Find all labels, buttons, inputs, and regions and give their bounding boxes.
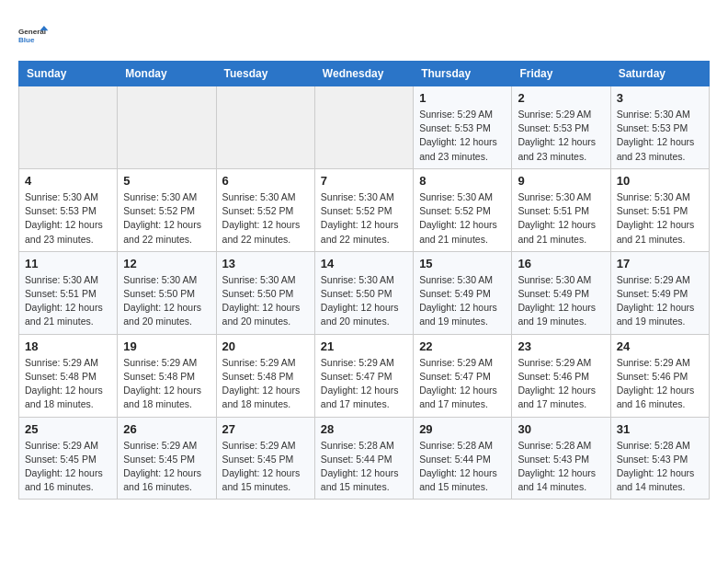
day-info: Sunrise: 5:29 AM Sunset: 5:48 PM Dayligh…: [123, 356, 210, 412]
calendar-cell: 20Sunrise: 5:29 AM Sunset: 5:48 PM Dayli…: [216, 334, 314, 417]
day-number: 3: [617, 91, 703, 105]
calendar-cell: [118, 86, 216, 169]
header-day-thursday: Thursday: [414, 62, 512, 86]
logo: GeneralBlue: [18, 18, 51, 52]
day-info: Sunrise: 5:29 AM Sunset: 5:46 PM Dayligh…: [518, 356, 604, 412]
day-number: 11: [25, 257, 111, 270]
day-number: 14: [321, 257, 407, 270]
calendar-cell: 30Sunrise: 5:28 AM Sunset: 5:43 PM Dayli…: [512, 417, 610, 500]
day-info: Sunrise: 5:30 AM Sunset: 5:52 PM Dayligh…: [123, 190, 210, 247]
header-day-saturday: Saturday: [610, 62, 709, 86]
calendar-cell: 7Sunrise: 5:30 AM Sunset: 5:52 PM Daylig…: [314, 168, 413, 251]
day-number: 9: [518, 174, 604, 188]
calendar-cell: [216, 86, 314, 169]
calendar-cell: 27Sunrise: 5:29 AM Sunset: 5:45 PM Dayli…: [216, 417, 314, 500]
calendar-cell: 2Sunrise: 5:29 AM Sunset: 5:53 PM Daylig…: [512, 86, 610, 169]
header-day-sunday: Sunday: [19, 62, 118, 86]
calendar-cell: 4Sunrise: 5:30 AM Sunset: 5:53 PM Daylig…: [19, 168, 118, 251]
header-day-friday: Friday: [512, 62, 610, 86]
calendar-week-5: 25Sunrise: 5:29 AM Sunset: 5:45 PM Dayli…: [19, 417, 710, 500]
day-number: 31: [617, 422, 703, 436]
calendar-header: SundayMondayTuesdayWednesdayThursdayFrid…: [19, 62, 710, 86]
calendar-cell: 26Sunrise: 5:29 AM Sunset: 5:45 PM Dayli…: [118, 417, 216, 500]
calendar-cell: 21Sunrise: 5:29 AM Sunset: 5:47 PM Dayli…: [314, 334, 413, 417]
calendar-cell: 16Sunrise: 5:30 AM Sunset: 5:49 PM Dayli…: [512, 251, 610, 334]
calendar-cell: 28Sunrise: 5:28 AM Sunset: 5:44 PM Dayli…: [314, 417, 413, 500]
day-info: Sunrise: 5:30 AM Sunset: 5:51 PM Dayligh…: [25, 273, 111, 329]
day-number: 17: [617, 257, 703, 270]
day-info: Sunrise: 5:30 AM Sunset: 5:51 PM Dayligh…: [518, 190, 604, 247]
calendar-cell: 6Sunrise: 5:30 AM Sunset: 5:52 PM Daylig…: [216, 168, 314, 251]
day-info: Sunrise: 5:29 AM Sunset: 5:47 PM Dayligh…: [321, 356, 407, 412]
day-info: Sunrise: 5:29 AM Sunset: 5:46 PM Dayligh…: [617, 356, 703, 412]
day-info: Sunrise: 5:29 AM Sunset: 5:48 PM Dayligh…: [222, 356, 309, 412]
day-number: 12: [123, 257, 210, 270]
logo-icon: GeneralBlue: [18, 18, 51, 52]
calendar-cell: 31Sunrise: 5:28 AM Sunset: 5:43 PM Dayli…: [610, 417, 709, 500]
calendar-cell: 14Sunrise: 5:30 AM Sunset: 5:50 PM Dayli…: [314, 251, 413, 334]
day-info: Sunrise: 5:29 AM Sunset: 5:45 PM Dayligh…: [123, 439, 210, 495]
day-number: 24: [617, 339, 703, 353]
day-info: Sunrise: 5:30 AM Sunset: 5:50 PM Dayligh…: [321, 273, 407, 329]
day-number: 21: [321, 339, 407, 353]
calendar-cell: 23Sunrise: 5:29 AM Sunset: 5:46 PM Dayli…: [512, 334, 610, 417]
header-day-wednesday: Wednesday: [314, 62, 413, 86]
day-number: 20: [222, 339, 309, 353]
calendar-week-2: 4Sunrise: 5:30 AM Sunset: 5:53 PM Daylig…: [19, 168, 710, 251]
day-info: Sunrise: 5:30 AM Sunset: 5:52 PM Dayligh…: [222, 190, 309, 247]
day-info: Sunrise: 5:30 AM Sunset: 5:49 PM Dayligh…: [518, 273, 604, 329]
day-number: 19: [123, 339, 210, 353]
calendar-body: 1Sunrise: 5:29 AM Sunset: 5:53 PM Daylig…: [19, 86, 710, 500]
day-info: Sunrise: 5:28 AM Sunset: 5:44 PM Dayligh…: [321, 439, 407, 495]
svg-text:Blue: Blue: [18, 36, 35, 44]
day-info: Sunrise: 5:30 AM Sunset: 5:52 PM Dayligh…: [321, 190, 407, 247]
day-number: 16: [518, 257, 604, 270]
day-number: 22: [419, 339, 506, 353]
day-number: 8: [419, 174, 506, 188]
day-number: 29: [419, 422, 506, 436]
day-number: 4: [25, 174, 111, 188]
calendar-cell: [314, 86, 413, 169]
day-number: 28: [321, 422, 407, 436]
header-day-tuesday: Tuesday: [216, 62, 314, 86]
calendar-cell: 29Sunrise: 5:28 AM Sunset: 5:44 PM Dayli…: [414, 417, 512, 500]
day-info: Sunrise: 5:29 AM Sunset: 5:47 PM Dayligh…: [419, 356, 506, 412]
day-number: 6: [222, 174, 309, 188]
day-info: Sunrise: 5:30 AM Sunset: 5:52 PM Dayligh…: [419, 190, 506, 247]
day-info: Sunrise: 5:28 AM Sunset: 5:44 PM Dayligh…: [419, 439, 506, 495]
day-info: Sunrise: 5:28 AM Sunset: 5:43 PM Dayligh…: [518, 439, 604, 495]
day-number: 30: [518, 422, 604, 436]
day-info: Sunrise: 5:30 AM Sunset: 5:50 PM Dayligh…: [123, 273, 210, 329]
day-number: 27: [222, 422, 309, 436]
day-number: 15: [419, 257, 506, 270]
day-info: Sunrise: 5:29 AM Sunset: 5:53 PM Dayligh…: [419, 108, 506, 164]
calendar-week-4: 18Sunrise: 5:29 AM Sunset: 5:48 PM Dayli…: [19, 334, 710, 417]
day-number: 10: [617, 174, 703, 188]
calendar-cell: 15Sunrise: 5:30 AM Sunset: 5:49 PM Dayli…: [414, 251, 512, 334]
calendar-cell: 1Sunrise: 5:29 AM Sunset: 5:53 PM Daylig…: [414, 86, 512, 169]
day-info: Sunrise: 5:30 AM Sunset: 5:53 PM Dayligh…: [617, 108, 703, 164]
day-number: 18: [25, 339, 111, 353]
day-number: 23: [518, 339, 604, 353]
day-number: 26: [123, 422, 210, 436]
calendar-cell: 17Sunrise: 5:29 AM Sunset: 5:49 PM Dayli…: [610, 251, 709, 334]
day-info: Sunrise: 5:29 AM Sunset: 5:45 PM Dayligh…: [222, 439, 309, 495]
calendar-week-3: 11Sunrise: 5:30 AM Sunset: 5:51 PM Dayli…: [19, 251, 710, 334]
calendar-cell: 19Sunrise: 5:29 AM Sunset: 5:48 PM Dayli…: [118, 334, 216, 417]
page-header: GeneralBlue: [18, 18, 710, 52]
day-info: Sunrise: 5:29 AM Sunset: 5:49 PM Dayligh…: [617, 273, 703, 329]
day-number: 13: [222, 257, 309, 270]
calendar-cell: 9Sunrise: 5:30 AM Sunset: 5:51 PM Daylig…: [512, 168, 610, 251]
calendar-cell: 11Sunrise: 5:30 AM Sunset: 5:51 PM Dayli…: [19, 251, 118, 334]
day-info: Sunrise: 5:29 AM Sunset: 5:53 PM Dayligh…: [518, 108, 604, 164]
calendar-week-1: 1Sunrise: 5:29 AM Sunset: 5:53 PM Daylig…: [19, 86, 710, 169]
calendar-cell: 22Sunrise: 5:29 AM Sunset: 5:47 PM Dayli…: [414, 334, 512, 417]
calendar-cell: 8Sunrise: 5:30 AM Sunset: 5:52 PM Daylig…: [414, 168, 512, 251]
calendar-cell: 12Sunrise: 5:30 AM Sunset: 5:50 PM Dayli…: [118, 251, 216, 334]
day-number: 7: [321, 174, 407, 188]
day-number: 5: [123, 174, 210, 188]
calendar-cell: 24Sunrise: 5:29 AM Sunset: 5:46 PM Dayli…: [610, 334, 709, 417]
day-info: Sunrise: 5:29 AM Sunset: 5:48 PM Dayligh…: [25, 356, 111, 412]
day-number: 1: [419, 91, 506, 105]
day-info: Sunrise: 5:30 AM Sunset: 5:49 PM Dayligh…: [419, 273, 506, 329]
